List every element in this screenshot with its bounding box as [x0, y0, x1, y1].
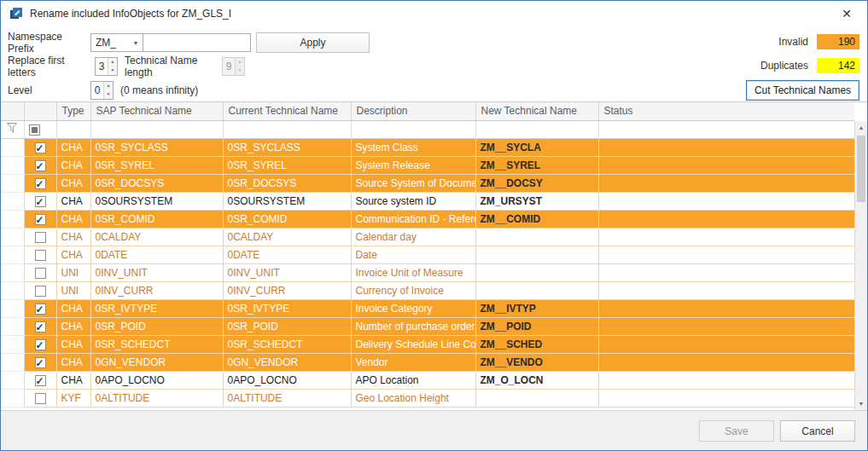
apply-button[interactable]: Apply: [256, 32, 370, 53]
table-row[interactable]: UNI 0INV_UNIT 0INV_UNIT Invoice Unit of …: [1, 263, 854, 281]
row-checkbox[interactable]: [35, 268, 46, 279]
column-header-current-technical-name[interactable]: Current Technical Name: [223, 102, 351, 120]
column-header-type[interactable]: Type: [56, 102, 90, 120]
row-checkbox[interactable]: [35, 160, 46, 171]
row-select-cell[interactable]: [24, 389, 56, 407]
scroll-up-icon[interactable]: ▲: [855, 121, 867, 134]
table-row[interactable]: CHA 0SR_COMID 0SR_COMID Communication ID…: [1, 210, 854, 228]
cell-description: Number of purchase order: [351, 317, 475, 335]
cell-status: [598, 192, 854, 210]
row-checkbox[interactable]: [35, 178, 46, 189]
filter-cell-type[interactable]: [56, 120, 90, 138]
table-row[interactable]: CHA 0SR_DOCSYS 0SR_DOCSYS Source System …: [1, 174, 854, 192]
cell-description: System Class: [351, 138, 475, 156]
level-hint: (0 means infinity): [120, 84, 198, 96]
row-select-cell[interactable]: [24, 138, 56, 156]
cell-type: CHA: [56, 138, 90, 156]
row-select-cell[interactable]: [24, 299, 56, 317]
scrollbar-thumb[interactable]: [857, 136, 865, 202]
row-select-cell[interactable]: [24, 210, 56, 228]
save-button[interactable]: Save: [699, 420, 774, 442]
column-header-status[interactable]: Status: [598, 102, 854, 120]
row-checkbox[interactable]: [35, 196, 46, 207]
table-row[interactable]: CHA 0DATE 0DATE Date: [1, 246, 854, 263]
cell-current-technical-name: 0SR_SCHEDCT: [223, 335, 351, 353]
row-checkbox[interactable]: [35, 375, 46, 386]
scroll-down-icon[interactable]: ▼: [855, 397, 867, 410]
cut-technical-names-button[interactable]: Cut Technical Names: [746, 80, 859, 101]
checked-filter-checkbox[interactable]: [29, 124, 40, 136]
row-checkbox[interactable]: [35, 214, 46, 225]
filter-cell-description[interactable]: [351, 120, 475, 138]
cell-new-technical-name: [475, 281, 598, 299]
vertical-scrollbar[interactable]: ▲ ▼: [854, 121, 867, 410]
spin-up-icon[interactable]: ▲: [108, 58, 117, 66]
replace-first-letters-stepper[interactable]: ▲ ▼: [95, 57, 118, 76]
row-checkbox[interactable]: [35, 232, 46, 243]
spin-down-icon[interactable]: ▼: [108, 66, 117, 75]
filter-cell-current-name[interactable]: [223, 120, 351, 138]
table-row[interactable]: CHA 0GN_VENDOR 0GN_VENDOR Vendor ZM__VEN…: [1, 353, 854, 371]
row-select-cell[interactable]: [24, 371, 56, 389]
column-header-sap-technical-name[interactable]: SAP Technical Name: [90, 102, 223, 120]
table-row[interactable]: KYF 0ALTITUDE 0ALTITUDE Geo Location Hei…: [1, 389, 854, 407]
cancel-button[interactable]: Cancel: [780, 420, 855, 442]
row-checkbox[interactable]: [35, 393, 46, 404]
level-label: Level: [8, 84, 90, 96]
row-select-cell[interactable]: [24, 335, 56, 353]
table-row[interactable]: CHA 0SR_SYCLASS 0SR_SYCLASS System Class…: [1, 138, 854, 156]
table-row[interactable]: CHA 0CALDAY 0CALDAY Calendar day: [1, 228, 854, 246]
level-stepper[interactable]: ▲ ▼: [90, 81, 114, 100]
row-select-cell[interactable]: [24, 174, 56, 192]
cell-current-technical-name: 0CALDAY: [223, 228, 351, 246]
row-checkbox[interactable]: [35, 357, 46, 368]
row-select-cell[interactable]: [24, 192, 56, 210]
spin-down-icon[interactable]: ▼: [104, 90, 113, 99]
table-row[interactable]: CHA 0SR_POID 0SR_POID Number of purchase…: [1, 317, 854, 335]
cell-type: CHA: [56, 228, 90, 246]
table-row[interactable]: CHA 0SR_IVTYPE 0SR_IVTYPE Invoice Catego…: [1, 299, 854, 317]
cell-new-technical-name: ZM__SYCLA: [475, 138, 598, 156]
row-select-cell[interactable]: [24, 156, 56, 174]
cell-status: [598, 210, 854, 228]
row-select-cell[interactable]: [24, 228, 56, 246]
row-checkbox[interactable]: [35, 250, 46, 261]
table-row[interactable]: CHA 0APO_LOCNO 0APO_LOCNO APO Location Z…: [1, 371, 854, 389]
close-icon[interactable]: ✕: [835, 4, 859, 23]
row-select-cell[interactable]: [24, 353, 56, 371]
cell-type: CHA: [56, 371, 90, 389]
technical-name-length-stepper: ▲ ▼: [222, 57, 245, 76]
table-row[interactable]: CHA 0SR_SCHEDCT 0SR_SCHEDCT Delivery Sch…: [1, 335, 854, 353]
filter-cell-sap-name[interactable]: [90, 120, 223, 138]
cell-description: APO Location: [351, 371, 475, 389]
checked-filter-cell[interactable]: [24, 120, 56, 138]
namespace-prefix-select[interactable]: ZM_ ▼: [90, 33, 143, 52]
row-checkbox[interactable]: [35, 142, 46, 153]
chevron-down-icon: ▼: [129, 40, 143, 46]
row-checkbox[interactable]: [35, 286, 46, 297]
namespace-suffix-input[interactable]: [143, 33, 251, 52]
cell-sap-technical-name: 0SR_DOCSYS: [90, 174, 223, 192]
namespace-prefix-value: ZM_: [91, 37, 129, 49]
cell-new-technical-name: [475, 263, 598, 281]
filter-cell-new-name[interactable]: [475, 120, 598, 138]
cell-sap-technical-name: 0SR_SYCLASS: [90, 138, 223, 156]
row-checkbox[interactable]: [35, 321, 46, 332]
spin-up-icon[interactable]: ▲: [104, 82, 113, 90]
row-checkbox[interactable]: [35, 304, 46, 315]
table-row[interactable]: CHA 0SOURSYSTEM 0SOURSYSTEM Source syste…: [1, 192, 854, 210]
cell-sap-technical-name: 0INV_CURR: [90, 281, 223, 299]
select-all-header[interactable]: [24, 102, 56, 120]
table-row[interactable]: CHA 0SR_SYREL 0SR_SYREL System Release Z…: [1, 156, 854, 174]
filter-cell-status[interactable]: [598, 120, 854, 138]
row-select-cell[interactable]: [24, 263, 56, 281]
column-header-description[interactable]: Description: [351, 102, 475, 120]
row-select-cell[interactable]: [24, 317, 56, 335]
row-checkbox[interactable]: [35, 339, 46, 350]
row-select-cell[interactable]: [24, 281, 56, 299]
table-row[interactable]: UNI 0INV_CURR 0INV_CURR Currency of Invo…: [1, 281, 854, 299]
cell-new-technical-name: ZM_URSYST: [475, 192, 598, 210]
row-select-cell[interactable]: [24, 246, 56, 263]
column-header-new-technical-name[interactable]: New Technical Name: [475, 102, 598, 120]
spin-up-icon: ▲: [236, 58, 244, 66]
